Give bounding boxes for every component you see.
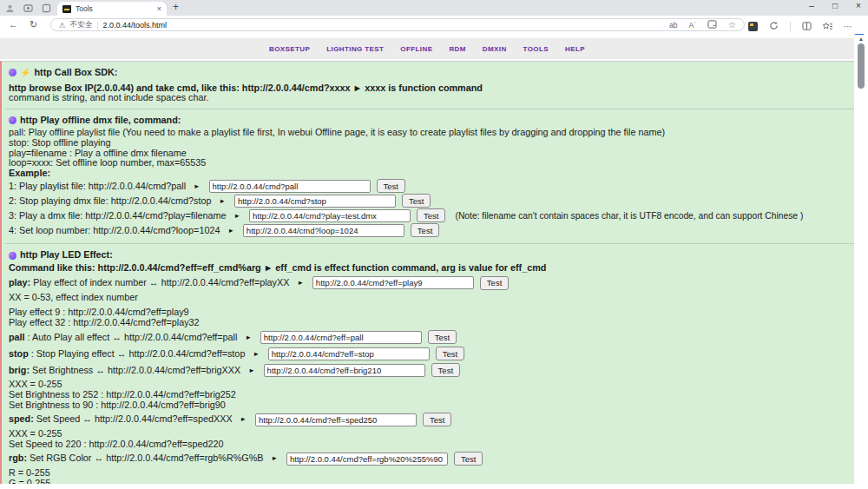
test-button[interactable]: Test — [417, 208, 445, 222]
test-button[interactable]: Test — [428, 330, 457, 344]
test-button[interactable]: Test — [402, 194, 431, 208]
minimize-button[interactable]: – — [807, 1, 816, 10]
cmd-url-input[interactable] — [249, 209, 411, 222]
cmd-url-input[interactable] — [255, 413, 417, 426]
nav-link-dmxin[interactable]: DMXIN — [483, 45, 507, 53]
reading-list-icon[interactable] — [707, 20, 717, 30]
cmd-keyword: sped: — [9, 413, 34, 424]
arrow-right-icon: ► — [248, 366, 254, 376]
cmd-url-input[interactable] — [209, 180, 371, 193]
vertical-scrollbar[interactable]: ▲ — [854, 35, 868, 489]
cmd-url-input[interactable] — [312, 276, 474, 289]
command-row: rgb: Set RGB Color ↔ http://2.0.0.44/cmd… — [7, 452, 854, 466]
back-icon[interactable]: ← — [9, 19, 18, 30]
doc-line: Command like this: http://2.0.0.44/cmd?e… — [7, 263, 854, 274]
test-button[interactable]: Test — [480, 276, 509, 290]
not-secure-warning-icon: ⚠ — [59, 21, 66, 30]
heading-text: http Play offline dmx file, command: — [20, 116, 181, 126]
cmd-keyword: brig: — [9, 365, 30, 375]
cmd-url-input[interactable] — [234, 195, 396, 208]
command-row: sped: Set Speed ↔ http://2.0.0.44/cmd?ef… — [7, 413, 854, 426]
doc-line: Set Speed to 220 : http://2.0.0.44/cmd?e… — [7, 439, 854, 450]
heading-text: http Call Box SDK: — [34, 68, 117, 78]
section: http Play offline dmx file, command:pall… — [5, 109, 854, 245]
section-bullet-icon — [9, 116, 16, 124]
browser-essentials-icon[interactable] — [748, 22, 758, 31]
doc-line: G = 0-255 — [7, 479, 854, 484]
nav-link-rdm[interactable]: RDM — [449, 45, 465, 53]
workspaces-icon[interactable] — [23, 3, 33, 13]
cmd-url-input[interactable] — [243, 224, 404, 237]
cmd-label: pall : Auto Play all effect ↔ http://2.0… — [9, 333, 237, 343]
cmd-url-input[interactable] — [260, 331, 422, 344]
doc-line: Set Brightness to 90 : http://2.0.0.44/c… — [7, 400, 854, 411]
test-button[interactable]: Test — [423, 413, 451, 426]
cmd-url-input[interactable] — [286, 453, 448, 466]
new-tab-button[interactable]: + — [173, 1, 179, 13]
command-row: 3: Play a dmx file: http://2.0.0.44/cmd?… — [7, 208, 854, 222]
doc-line: Example: — [7, 169, 854, 179]
cmd-keyword: stop — [9, 348, 29, 359]
nav-link-help[interactable]: HELP — [565, 45, 585, 53]
profile-icon[interactable] — [5, 3, 15, 13]
test-button[interactable]: Test — [431, 363, 460, 377]
section-bullet-icon — [9, 252, 16, 260]
tab-actions-icon[interactable] — [42, 3, 51, 13]
test-button[interactable]: Test — [436, 347, 464, 360]
refresh-icon[interactable]: ↻ — [30, 19, 37, 30]
cmd-label: sped: Set Speed ↔ http://2.0.0.44/cmd?ef… — [9, 414, 233, 425]
heading-text: http Play LED Effect: — [20, 250, 113, 261]
overflow-menu-icon[interactable]: ⋯ — [844, 22, 852, 31]
doc-line: pall: Play offline playlist file (You ne… — [7, 128, 854, 138]
read-aloud-icon[interactable]: Aʾ — [689, 21, 697, 30]
doc-line-bold: http browse Box IP(2.0.0.44) and take cm… — [9, 83, 483, 93]
scroll-up-icon[interactable]: ▲ — [854, 36, 868, 42]
browser-tab-tools[interactable]: Tools × — [57, 2, 167, 16]
toolbar-divider — [790, 22, 791, 31]
nav-link-boxsetup[interactable]: BOXSETUP — [269, 45, 310, 53]
cmd-label: 2: Stop playing dmx file: http://2.0.0.4… — [9, 196, 211, 207]
command-row: play: Play effect of index number ↔ http… — [7, 276, 854, 290]
command-row: brig: Set Brightness ↔ http://2.0.0.44/c… — [7, 363, 854, 377]
doc-line: command is string, and not include space… — [7, 93, 854, 103]
tab-close-icon[interactable]: × — [157, 4, 161, 13]
cmd-url-input[interactable] — [264, 364, 425, 377]
favorite-star-icon[interactable]: ☆ — [728, 20, 736, 30]
section: http Play LED Effect:Command like this: … — [5, 244, 854, 484]
security-label: 不安全 — [70, 20, 93, 30]
browser-toolbar: ← ↻ ⚠ 不安全 | 2.0.0.44/tools.html ab Aʾ ☆ … — [0, 16, 868, 35]
cmd-url-input[interactable] — [268, 347, 430, 360]
test-button[interactable]: Test — [377, 179, 405, 193]
scrollbar-thumb[interactable] — [858, 43, 865, 89]
section: ⚡http Call Box SDK:http browse Box IP(2.… — [5, 62, 854, 109]
nav-link-tools[interactable]: TOOLS — [523, 45, 549, 53]
copilot-icon[interactable] — [769, 18, 779, 34]
maximize-button[interactable]: □ — [831, 1, 839, 10]
arrow-right-icon: ► — [245, 333, 251, 343]
command-row: 2: Stop playing dmx file: http://2.0.0.4… — [7, 194, 854, 208]
split-screen-icon[interactable] — [802, 18, 812, 34]
page-content: ⚡http Call Box SDK:http browse Box IP(2.… — [0, 61, 854, 484]
find-on-page-icon[interactable]: ab — [669, 21, 677, 30]
nav-link-lighting-test[interactable]: LIGHTING TEST — [326, 45, 384, 53]
collections-icon[interactable] — [823, 18, 832, 34]
arrow-right-icon: ► — [219, 196, 225, 207]
address-bar[interactable]: ⚠ 不安全 | 2.0.0.44/tools.html ab Aʾ ☆ — [50, 18, 745, 31]
cmd-label: rgb: Set RGB Color ↔ http://2.0.0.44/cmd… — [9, 453, 264, 464]
cmd-keyword: play: — [9, 277, 30, 287]
cmd-label: 4: Set loop number: http://2.0.0.44/cmd?… — [9, 226, 220, 236]
test-button[interactable]: Test — [454, 452, 483, 466]
doc-line: stop: Stop offline playing — [7, 138, 854, 149]
lightning-bolt-icon: ⚡ — [20, 68, 30, 78]
command-row: 4: Set loop number: http://2.0.0.44/cmd?… — [7, 223, 854, 237]
arrow-right-icon: ► — [272, 453, 278, 464]
arrow-right-icon: ► — [234, 211, 240, 221]
doc-line: Play effect 32 : http://2.0.0.44/cmd?eff… — [7, 318, 854, 328]
test-button[interactable]: Test — [411, 223, 439, 237]
tab-title: Tools — [76, 4, 153, 13]
nav-link-offline[interactable]: OFFLINE — [400, 45, 432, 53]
page-nav-bar: BOXSETUPLIGHTING TESTOFFLINERDMDMXINTOOL… — [0, 38, 854, 59]
doc-line-bold: Command like this: http://2.0.0.44/cmd?e… — [9, 262, 546, 273]
arrow-right-icon: ► — [194, 182, 200, 192]
close-button[interactable]: × — [854, 1, 863, 10]
